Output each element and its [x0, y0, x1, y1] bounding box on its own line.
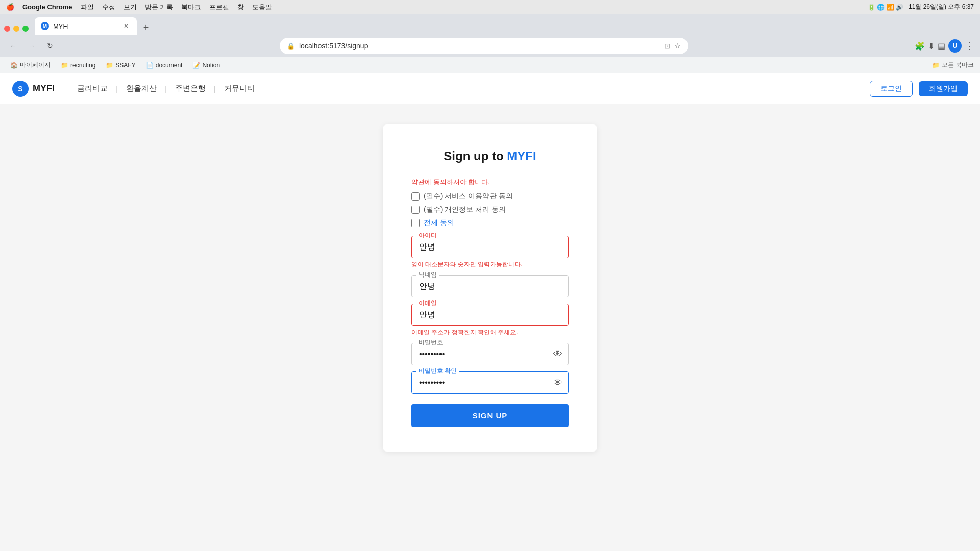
address-input-wrap[interactable]: 🔒 localhost:5173/signup ⊡ ☆	[280, 38, 688, 54]
bookmark-ssafy-label: SSAFY	[115, 62, 135, 69]
mac-menu-bar: 🍎 Google Chrome 파일 수정 보기 방문 기록 북마크 프로필 창…	[0, 0, 980, 14]
id-field-group: 아이디	[411, 236, 569, 258]
menu-bookmarks[interactable]: 북마크	[181, 3, 201, 12]
nav-community[interactable]: 커뮤니티	[218, 80, 261, 97]
terms-privacy-row: (필수) 개인정보 처리 동의	[411, 205, 569, 214]
back-button[interactable]: ←	[6, 39, 20, 53]
login-button[interactable]: 로그인	[870, 81, 913, 97]
close-button[interactable]	[4, 26, 10, 32]
tab-close-button[interactable]: ✕	[121, 21, 131, 31]
header-right: 로그인 회원가입	[870, 81, 968, 97]
profile-avatar[interactable]: U	[948, 39, 962, 53]
terms-all-row: 전체 동의	[411, 218, 569, 228]
terms-privacy-checkbox[interactable]	[411, 206, 420, 214]
apple-icon: 🍎	[6, 3, 14, 11]
chrome-menu-icon[interactable]: ⋮	[965, 40, 974, 52]
bookmark-recruiting-icon: 📁	[61, 62, 68, 69]
password-confirm-eye-icon[interactable]: 👁	[553, 378, 562, 388]
app-area: S MYFI 금리비교 | 환율계산 | 주변은행 | 커뮤니티 로그인 회원가…	[0, 73, 980, 551]
menu-help[interactable]: 도움말	[252, 3, 272, 12]
bookmark-ssafy-icon: 📁	[106, 62, 113, 69]
bookmark-document[interactable]: 📄 document	[142, 60, 187, 71]
tab-title: MYFI	[53, 22, 69, 30]
logo-text[interactable]: MYFI	[33, 83, 55, 94]
id-field-label: 아이디	[416, 231, 439, 240]
id-error-message: 영어 대소문자와 숫자만 입력가능합니다.	[411, 260, 569, 269]
reader-icon[interactable]: ⊡	[664, 42, 670, 50]
lock-icon: 🔒	[287, 42, 295, 50]
download-icon[interactable]: ⬇	[928, 41, 935, 51]
url-display[interactable]: localhost:5173/signup	[299, 42, 660, 50]
bookmark-notion[interactable]: 📝 Notion	[188, 60, 224, 71]
card-title: Sign up to MYFI	[411, 149, 569, 163]
nav-interest-compare[interactable]: 금리비교	[71, 80, 114, 97]
all-bookmarks-label: 모든 북마크	[942, 61, 974, 69]
folder-icon: 📁	[932, 62, 940, 69]
password-eye-icon[interactable]: 👁	[553, 349, 562, 360]
logo-area: S MYFI	[12, 81, 55, 97]
bookmark-notion-icon: 📝	[192, 62, 200, 69]
password-confirm-field-group: 비밀번호 확인 👁	[411, 371, 569, 394]
bookmark-mypage-icon: 🏠	[10, 62, 18, 69]
logo-icon: S	[12, 81, 29, 97]
tab-bar: M MYFI ✕ +	[0, 14, 980, 35]
bookmark-mypage-label: 마이페이지	[20, 61, 51, 69]
main-nav: 금리비교 | 환율계산 | 주변은행 | 커뮤니티	[71, 80, 261, 97]
all-bookmarks[interactable]: 📁 모든 북마크	[932, 61, 974, 69]
menu-history[interactable]: 방문 기록	[145, 3, 174, 12]
nickname-field-group: 닉네임	[411, 275, 569, 297]
menu-view[interactable]: 보기	[124, 3, 137, 12]
password-confirm-field-label: 비밀번호 확인	[416, 367, 459, 375]
sign-up-submit-button[interactable]: SIGN UP	[411, 404, 569, 427]
active-tab[interactable]: M MYFI ✕	[35, 17, 137, 35]
tab-favicon: M	[41, 22, 49, 30]
password-field-label: 비밀번호	[416, 338, 445, 347]
terms-service-row: (필수) 서비스 이용약관 동의	[411, 192, 569, 201]
system-icons: 🔋 🌐 📶 🔊	[868, 4, 903, 11]
terms-service-label[interactable]: (필수) 서비스 이용약관 동의	[424, 192, 513, 201]
minimize-button[interactable]	[13, 26, 19, 32]
bookmark-recruiting[interactable]: 📁 recruiting	[57, 60, 100, 71]
menu-window[interactable]: 창	[237, 3, 244, 12]
title-brand: MYFI	[507, 149, 536, 163]
terms-all-label[interactable]: 전체 동의	[424, 218, 454, 228]
bookmark-recruiting-label: recruiting	[70, 62, 95, 69]
browser-window: M MYFI ✕ + ← → ↻ 🔒 localhost:5173/signup…	[0, 14, 980, 551]
nickname-field-label: 닉네임	[416, 270, 439, 279]
nav-exchange-calc[interactable]: 환율계산	[120, 80, 163, 97]
extensions-icon[interactable]: 🧩	[915, 41, 925, 51]
terms-privacy-label[interactable]: (필수) 개인정보 처리 동의	[424, 205, 506, 214]
forward-button[interactable]: →	[24, 39, 39, 53]
nav-nearby-bank[interactable]: 주변은행	[169, 80, 212, 97]
title-prefix: Sign up to	[444, 149, 507, 163]
nav-divider-1: |	[116, 84, 118, 93]
main-content: Sign up to MYFI 약관에 동의하셔야 합니다. (필수) 서비스 …	[0, 104, 980, 551]
bookmark-star-icon[interactable]: ☆	[674, 42, 681, 50]
bookmark-notion-label: Notion	[202, 62, 220, 69]
nav-divider-2: |	[165, 84, 167, 93]
terms-all-checkbox[interactable]	[411, 219, 420, 227]
sidebar-icon[interactable]: ▤	[938, 41, 945, 51]
password-field-group: 비밀번호 👁	[411, 343, 569, 365]
app-name: Google Chrome	[22, 3, 72, 11]
bookmark-document-icon: 📄	[146, 62, 154, 69]
email-field-group: 이메일	[411, 304, 569, 326]
signup-button[interactable]: 회원가입	[919, 81, 968, 96]
bookmarks-bar: 🏠 마이페이지 📁 recruiting 📁 SSAFY 📄 document …	[0, 57, 980, 73]
menu-file[interactable]: 파일	[81, 3, 94, 12]
terms-error-message: 약관에 동의하셔야 합니다.	[411, 178, 569, 187]
terms-service-checkbox[interactable]	[411, 192, 420, 201]
refresh-button[interactable]: ↻	[43, 39, 57, 53]
menu-profile[interactable]: 프로필	[209, 3, 229, 12]
app-header: S MYFI 금리비교 | 환율계산 | 주변은행 | 커뮤니티 로그인 회원가…	[0, 73, 980, 104]
address-bar: ← → ↻ 🔒 localhost:5173/signup ⊡ ☆ 🧩 ⬇ ▤ …	[0, 35, 980, 57]
bookmark-document-label: document	[156, 62, 183, 69]
datetime: 11월 26일(일) 오후 6:37	[909, 3, 974, 11]
bookmark-mypage[interactable]: 🏠 마이페이지	[6, 59, 55, 71]
bookmark-ssafy[interactable]: 📁 SSAFY	[102, 60, 139, 71]
menu-edit[interactable]: 수정	[102, 3, 115, 12]
new-tab-button[interactable]: +	[139, 20, 153, 35]
maximize-button[interactable]	[22, 26, 29, 32]
signup-card: Sign up to MYFI 약관에 동의하셔야 합니다. (필수) 서비스 …	[383, 124, 597, 452]
email-field-label: 이메일	[416, 299, 439, 308]
